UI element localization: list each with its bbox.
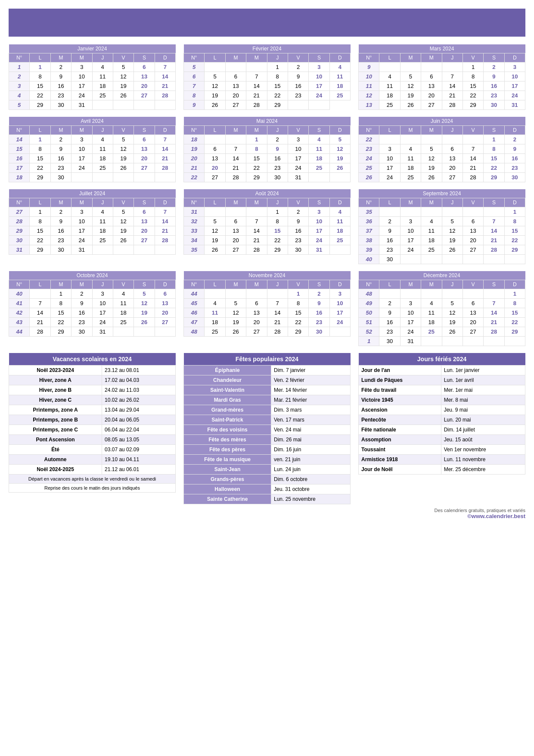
- day-cell: 15: [246, 154, 267, 163]
- jours-feries-row: AssomptionJeu. 15 août: [359, 435, 525, 445]
- fetes-date: Lun. 25 novembre: [271, 494, 350, 504]
- week-row: 4718192021222324: [184, 318, 351, 327]
- week-number: 12: [359, 91, 379, 100]
- fetes-date: Jeu. 31 octobre: [271, 484, 350, 494]
- day-cell: 3: [71, 207, 92, 217]
- day-cell: [225, 289, 246, 299]
- day-cell: 18: [92, 81, 113, 91]
- jours-feries-date: Lun. 1er avril: [441, 375, 525, 385]
- week-row: 1111121314151617: [359, 81, 525, 91]
- day-cell: 3: [92, 289, 113, 299]
- day-cell: 9: [267, 144, 288, 154]
- day-cell: [484, 289, 504, 299]
- day-cell: [463, 289, 483, 299]
- week-number: 43: [9, 318, 30, 327]
- vacances-note1: Départ en vacances après la classe le ve…: [9, 475, 176, 484]
- day-cell: 8: [246, 144, 267, 154]
- day-cell: [421, 337, 442, 346]
- week-row: 379101112131415: [359, 226, 525, 236]
- day-cell: [421, 255, 442, 264]
- week-row: 926272829: [184, 100, 351, 110]
- day-cell: 8: [504, 299, 525, 308]
- day-cell: [225, 207, 246, 217]
- bottom-section: Vacances scolaires en 2024Noël 2023-2024…: [9, 353, 525, 504]
- week-number: 35: [184, 245, 205, 255]
- day-cell: [113, 327, 134, 337]
- day-cell: 15: [30, 154, 50, 163]
- week-number: N°: [184, 53, 205, 62]
- day-cell: V: [113, 280, 134, 289]
- day-cell: M: [225, 280, 246, 289]
- day-cell: 18: [92, 226, 113, 236]
- fetes-row: Fête des mèresDim. 26 mai: [184, 435, 351, 445]
- day-cell: 22: [504, 318, 525, 327]
- day-cell: 6: [246, 299, 267, 308]
- day-cell: 2: [267, 135, 288, 144]
- day-cell: 28: [30, 327, 50, 337]
- day-cell: [309, 173, 329, 182]
- week-row: 1812345: [184, 135, 351, 144]
- jours-feries-date: Dim. 14 juillet: [441, 425, 525, 435]
- day-cell: 18: [92, 154, 113, 163]
- day-cell: 22: [267, 91, 288, 100]
- week-row: 48252627282930: [184, 327, 351, 337]
- vacances-row: Noël 2023-202423.12 au 08.01: [9, 366, 176, 375]
- week-row: 35262728293031: [184, 245, 351, 255]
- day-cell: 14: [155, 144, 175, 154]
- vacances-row: Hiver, zone B24.02 au 11.03: [9, 385, 176, 395]
- day-cell: 25: [421, 245, 442, 255]
- day-cell: 12: [113, 144, 134, 154]
- jours-feries-row: Fête du travailMer. 1er mai: [359, 385, 525, 395]
- day-cell: [400, 289, 421, 299]
- jours-feries-row: ToussaintVen 1er novembre: [359, 445, 525, 455]
- day-cell: 25: [205, 327, 225, 337]
- week-number: 10: [359, 72, 379, 81]
- day-cell: [442, 135, 463, 144]
- day-cell: 25: [92, 236, 113, 245]
- week-number: 40: [359, 255, 379, 264]
- day-cell: 1: [30, 62, 50, 72]
- day-cell: 20: [225, 236, 246, 245]
- day-cell: 13: [134, 217, 155, 226]
- day-cell: 21: [30, 318, 50, 327]
- fetes-row: Saint-PatrickVen. 17 mars: [184, 415, 351, 425]
- day-cell: 28: [463, 173, 483, 182]
- week-row: N°LMMJVSD: [359, 53, 525, 62]
- day-cell: 20: [134, 154, 155, 163]
- month-7: Août 2024N°LMMJVSD3112343256789101133121…: [183, 189, 351, 264]
- day-cell: M: [246, 53, 267, 62]
- month-4: Mai 2024N°LMMJVSD18123451967891011122013…: [183, 117, 351, 182]
- fetes-label: Fête des pères: [184, 445, 271, 455]
- day-cell: 17: [504, 81, 525, 91]
- week-row: 509101112131415: [359, 308, 525, 318]
- fetes-label: Saint-Valentin: [184, 385, 271, 395]
- week-row: 11234567: [9, 62, 176, 72]
- day-cell: 27: [225, 100, 246, 110]
- day-cell: 17: [71, 226, 92, 236]
- jours-feries-date: Mer. 8 mai: [441, 395, 525, 405]
- day-cell: 27: [463, 245, 483, 255]
- day-cell: 7: [442, 72, 463, 81]
- day-cell: 31: [309, 245, 329, 255]
- vacances-label: Printemps, zone B: [9, 415, 102, 425]
- day-cell: [246, 207, 267, 217]
- day-cell: 7: [484, 217, 504, 226]
- day-cell: [379, 62, 400, 72]
- day-cell: 4: [92, 207, 113, 217]
- day-cell: 3: [400, 299, 421, 308]
- day-cell: 9: [50, 217, 71, 226]
- day-cell: M: [421, 198, 442, 207]
- day-cell: 23: [50, 236, 71, 245]
- week-number: 9: [359, 62, 379, 72]
- day-cell: 23: [484, 91, 504, 100]
- day-cell: 3: [71, 62, 92, 72]
- day-cell: 26: [113, 91, 134, 100]
- day-cell: 17: [400, 318, 421, 327]
- day-cell: M: [71, 280, 92, 289]
- day-cell: [134, 100, 155, 110]
- day-cell: 28: [442, 100, 463, 110]
- month-name-2: Mars 2024: [359, 44, 525, 53]
- day-cell: 27: [134, 163, 155, 173]
- day-cell: 17: [329, 308, 350, 318]
- day-cell: 18: [329, 226, 350, 236]
